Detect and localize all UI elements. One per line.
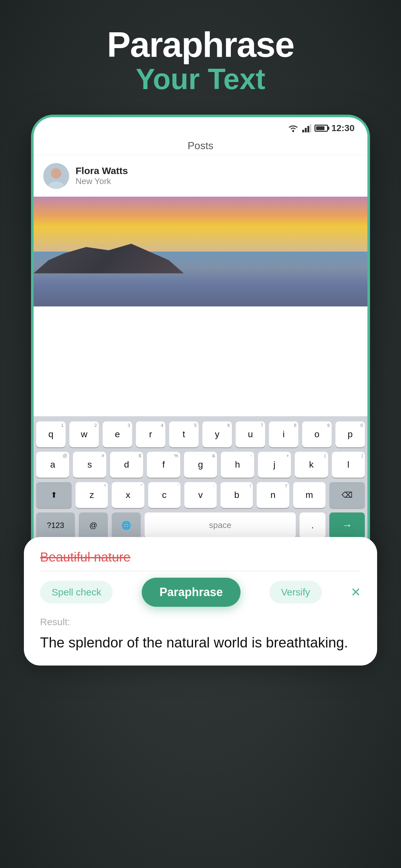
result-label: Result: (40, 616, 361, 627)
keyboard: q1 w2 e3 r4 t5 y6 u7 i8 o9 p0 a@ s# d$ f… (34, 416, 367, 546)
svg-point-6 (51, 168, 61, 179)
profile-row: Flora Watts New York (34, 155, 367, 197)
key-j[interactable]: j+ (258, 452, 291, 477)
key-y[interactable]: y6 (203, 422, 232, 447)
wifi-icon (287, 124, 299, 132)
num-key[interactable]: ?123 (36, 513, 75, 538)
avatar-face (43, 163, 69, 189)
at-key[interactable]: @ (79, 513, 108, 538)
headline-paraphrase: Paraphrase (107, 26, 294, 63)
profile-location: New York (75, 176, 128, 186)
beach-image (34, 197, 367, 306)
avatar (43, 163, 69, 189)
svg-rect-2 (305, 128, 307, 132)
keyboard-row-2: a@ s# d$ f% g& h- j+ k( l) (36, 452, 365, 477)
status-bar: 12:30 (34, 117, 367, 136)
posts-header: Posts (34, 136, 367, 155)
divider (40, 571, 361, 571)
key-b[interactable]: b! (220, 482, 253, 508)
battery-icon (314, 125, 328, 132)
headline-yourtext: Your Text (107, 63, 294, 95)
profile-name: Flora Watts (75, 165, 128, 176)
keyboard-row-1: q1 w2 e3 r4 t5 y6 u7 i8 o9 p0 (36, 422, 365, 447)
key-g[interactable]: g& (184, 452, 217, 477)
action-buttons: Spell check Paraphrase Versify ✕ (40, 578, 361, 607)
key-q[interactable]: q1 (36, 422, 66, 447)
signal-icon (302, 124, 311, 132)
key-s[interactable]: s# (73, 452, 106, 477)
keyboard-row-3: ⬆ z* x" c' v: b! n? m ⌫ (36, 482, 365, 508)
key-l[interactable]: l) (332, 452, 365, 477)
key-w[interactable]: w2 (69, 422, 99, 447)
key-r[interactable]: r4 (136, 422, 165, 447)
key-t[interactable]: t5 (169, 422, 198, 447)
paraphrase-popup: Beautiful nature Spell check Paraphrase … (24, 537, 377, 665)
svg-rect-3 (307, 126, 309, 132)
profile-info: Flora Watts New York (75, 165, 128, 186)
close-button[interactable]: ✕ (351, 586, 361, 598)
key-h[interactable]: h- (221, 452, 254, 477)
key-e[interactable]: e3 (103, 422, 132, 447)
svg-point-0 (292, 130, 294, 132)
enter-key[interactable]: → (329, 513, 365, 538)
key-i[interactable]: i8 (269, 422, 298, 447)
versify-button[interactable]: Versify (269, 581, 321, 603)
keyboard-row-4: ?123 @ 🌐 space . → (36, 513, 365, 538)
space-key[interactable]: space (145, 513, 296, 538)
status-time: 12:30 (331, 123, 354, 133)
phone-frame: 12:30 Posts Flora Watts New York (31, 115, 370, 571)
key-u[interactable]: u7 (236, 422, 265, 447)
key-m[interactable]: m (293, 482, 326, 508)
svg-rect-4 (310, 124, 311, 132)
spell-check-button[interactable]: Spell check (40, 581, 113, 603)
key-d[interactable]: d$ (110, 452, 143, 477)
key-a[interactable]: a@ (36, 452, 69, 477)
key-n[interactable]: n? (257, 482, 289, 508)
key-z[interactable]: z* (75, 482, 108, 508)
result-text: The splendor of the natural world is bre… (40, 632, 361, 653)
key-k[interactable]: k( (295, 452, 328, 477)
key-c[interactable]: c' (148, 482, 181, 508)
key-x[interactable]: x" (112, 482, 144, 508)
backspace-key[interactable]: ⌫ (329, 482, 365, 508)
paraphrase-button[interactable]: Paraphrase (142, 578, 241, 607)
period-key[interactable]: . (300, 513, 326, 538)
phone-wrapper: 12:30 Posts Flora Watts New York (31, 115, 370, 571)
strikethrough-text: Beautiful nature (40, 550, 361, 564)
shift-key[interactable]: ⬆ (36, 482, 72, 508)
svg-rect-1 (302, 130, 304, 132)
status-icons: 12:30 (287, 123, 354, 133)
key-v[interactable]: v: (184, 482, 217, 508)
key-p[interactable]: p0 (335, 422, 365, 447)
key-f[interactable]: f% (147, 452, 180, 477)
key-o[interactable]: o9 (302, 422, 332, 447)
globe-key[interactable]: 🌐 (112, 513, 141, 538)
headline-section: Paraphrase Your Text (107, 26, 294, 95)
